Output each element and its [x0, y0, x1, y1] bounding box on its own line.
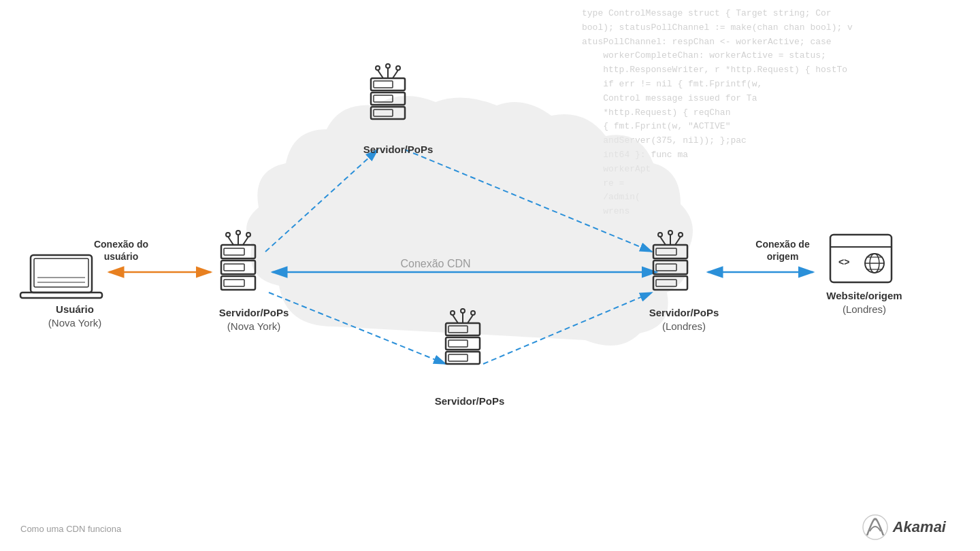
akamai-logo: Akamai: [862, 514, 946, 541]
svg-rect-37: [374, 81, 393, 88]
akamai-icon: [862, 514, 889, 541]
footer-label: Como uma CDN funciona: [20, 524, 121, 534]
svg-point-70: [870, 254, 879, 273]
servidor-pops-top-label: Servidor/PoPs: [357, 143, 439, 156]
conexao-origem-label: Conexão deorigem: [738, 238, 827, 263]
svg-rect-15: [20, 293, 102, 298]
svg-point-69: [865, 254, 884, 273]
servidor-pops-right-label: Servidor/PoPs (Londres): [640, 306, 728, 333]
svg-line-33: [378, 70, 383, 78]
svg-line-35: [393, 70, 398, 78]
conexao-cdn-label: Conexão CDN: [368, 257, 504, 271]
conexao-usuario-label: Conexão dousuário: [74, 238, 169, 263]
svg-point-30: [376, 66, 380, 70]
svg-text:<>: <>: [838, 256, 849, 267]
svg-point-32: [396, 66, 400, 70]
akamai-text: Akamai: [893, 518, 946, 536]
svg-point-18: [226, 233, 230, 237]
usuario-label: Usuário (Nova York): [37, 303, 112, 329]
website-label: Website/origem (Londres): [823, 289, 905, 316]
diagram: <> Usuário (Nova York) Conexão dousuário…: [0, 0, 980, 551]
servidor-pops-left-label: Servidor/PoPs (Nova York): [210, 306, 298, 333]
svg-point-31: [386, 64, 390, 68]
servidor-pops-bottom-label: Servidor/PoPs: [425, 395, 514, 408]
svg-rect-66: [830, 235, 892, 282]
